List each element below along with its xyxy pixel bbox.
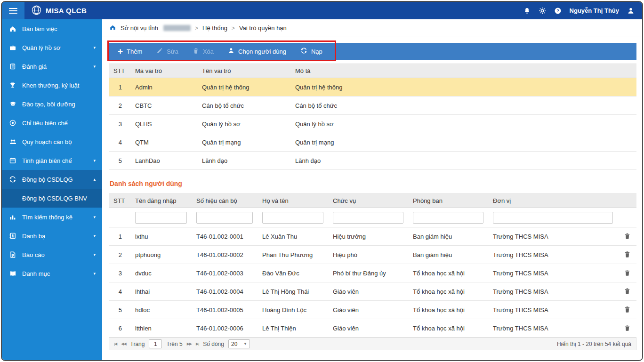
roles-table: STT Mã vai trò Tên vai trò Mô tả 1 Admin… (109, 64, 636, 170)
chevron-down-icon: ▼ (93, 64, 97, 69)
column-header-don-vi[interactable]: Đơn vị (488, 194, 618, 208)
calendar-icon (8, 157, 17, 164)
column-header-stt[interactable]: STT (109, 64, 130, 78)
column-header-ma-vai-tro[interactable]: Mã vai trò (130, 64, 197, 78)
column-header-chuc-vu[interactable]: Chức vụ (328, 194, 408, 208)
user-row[interactable]: 2 ptphuong T46-01.002-0002 Phan Thu Phươ… (109, 246, 636, 264)
filter-badge-input[interactable] (196, 212, 253, 224)
user-row[interactable]: 4 lhthai T46-01.002-0004 Lê Thị Hồng Thá… (109, 282, 636, 301)
app-logo: MISA QLCB (31, 5, 87, 17)
sidebar-item-khen-thuong-ky-luat[interactable]: Khen thưởng, kỷ luật (2, 76, 102, 95)
help-icon[interactable]: ? (554, 7, 562, 15)
breadcrumb-item-vai-tro[interactable]: Vai trò quyền hạn (239, 24, 287, 32)
trophy-icon (8, 81, 17, 89)
redacted-text (163, 25, 191, 31)
current-user-name[interactable]: Nguyễn Thị Thủy (570, 7, 619, 14)
user-row[interactable]: 6 ltthien T46-01.002-0006 Lê Thị Thiện G… (109, 319, 636, 338)
breadcrumb-item-root[interactable]: Sở nội vụ tỉnh (121, 24, 191, 32)
column-header-ten-dang-nhap[interactable]: Tên đăng nhập (130, 194, 192, 208)
role-row[interactable]: 5 LanhDao Lãnh đạo Lãnh đạo (109, 152, 636, 170)
prev-page-button[interactable]: ◀◀ (121, 342, 126, 346)
column-header-actions (618, 194, 636, 208)
sidebar-item-tim-kiem-thong-ke[interactable]: Tìm kiếm thống kê ▼ (2, 208, 102, 226)
user-row[interactable]: 1 lxthu T46-01.002-0001 Lê Xuân Thu Hiệu… (109, 227, 636, 246)
role-row-selected[interactable]: 1 Admin Quản trị hệ thống Quản trị hệ th… (109, 78, 636, 97)
delete-row-icon[interactable] (624, 287, 631, 295)
user-profile-icon[interactable] (627, 7, 635, 15)
breadcrumb-separator: > (232, 25, 235, 32)
rows-per-page-select[interactable]: 20 ▼ (228, 339, 250, 348)
sidebar-item-danh-ba[interactable]: Danh bạ ▼ (2, 226, 102, 245)
sidebar-item-bao-cao[interactable]: Báo cáo ▼ (2, 245, 102, 264)
reload-button[interactable]: Nạp (293, 43, 330, 60)
delete-row-icon[interactable] (624, 269, 631, 276)
filter-department-input[interactable] (413, 212, 483, 224)
menu-toggle-button[interactable] (2, 2, 24, 19)
filter-username-input[interactable] (135, 212, 187, 224)
chevron-down-icon: ▼ (93, 159, 97, 163)
sidebar-item-danh-muc[interactable]: Danh mục ▼ (2, 264, 102, 283)
sidebar-group-dong-bo-csdlqg: Đồng bộ CSDLQG ▲ Đồng bộ CSDLQG BNV (2, 170, 102, 208)
pencil-icon (156, 48, 163, 56)
topbar: MISA QLCB (2, 2, 642, 19)
sidebar-item-ban-lam-viec[interactable]: Bàn làm việc (2, 19, 102, 38)
chevron-up-icon: ▲ (93, 177, 97, 182)
settings-gear-icon[interactable] (539, 7, 546, 15)
sidebar-item-dao-tao-boi-duong[interactable]: Đào tạo, bồi dưỡng (2, 95, 102, 113)
sidebar-item-dong-bo-csdlqg[interactable]: Đồng bộ CSDLQG ▲ (2, 170, 102, 189)
sidebar-item-danh-gia[interactable]: Đánh giá ▼ (2, 57, 102, 76)
delete-row-icon[interactable] (624, 324, 631, 331)
choose-user-button[interactable]: Chọn người dùng (221, 43, 293, 60)
role-row[interactable]: 4 QTM Quản trị mạng Quản trị mạng (109, 133, 636, 152)
delete-row-icon[interactable] (624, 306, 631, 313)
column-header-ten-vai-tro[interactable]: Tên vai trò (197, 64, 290, 78)
users-table: STT Tên đăng nhập Số hiệu cán bộ Họ và t… (109, 193, 636, 338)
user-row[interactable]: 3 dvduc T46-01.002-0003 Đào Văn Đức Phó … (109, 264, 636, 282)
breadcrumb-item-he-thong[interactable]: Hệ thống (202, 24, 227, 32)
sidebar-item-quy-hoach-can-bo[interactable]: Quy hoạch cán bộ (2, 132, 102, 151)
results-summary: Hiển thị 1 - 20 trên 54 kết quả (557, 341, 631, 347)
filter-row (109, 208, 636, 227)
report-icon (8, 251, 17, 258)
sidebar-item-chi-tieu-bien-che[interactable]: Chỉ tiêu biên chế (2, 113, 102, 132)
page-of-label: Trên 5 (166, 341, 182, 347)
filter-fullname-input[interactable] (262, 212, 323, 224)
user-icon (228, 47, 234, 56)
pagination-bar: |◀ ◀◀ Trang Trên 5 ▶▶ ▶| Số dòng 20 ▼ Hi… (109, 338, 636, 350)
target-icon (8, 119, 17, 127)
delete-row-icon[interactable] (624, 250, 631, 258)
breadcrumb-home-icon[interactable] (109, 24, 116, 32)
plus-icon: + (118, 47, 123, 56)
first-page-button[interactable]: |◀ (114, 342, 117, 346)
sidebar-item-tinh-gian-bien-che[interactable]: Tinh giản biên chế ▼ (2, 151, 102, 170)
chevron-down-icon: ▼ (93, 253, 97, 257)
app-name: MISA QLCB (46, 7, 87, 15)
page-number-input[interactable] (149, 339, 162, 348)
column-header-mo-ta[interactable]: Mô tả (290, 64, 636, 78)
column-header-so-hieu-can-bo[interactable]: Số hiệu cán bộ (192, 194, 258, 208)
filter-unit-input[interactable] (493, 212, 613, 224)
role-row[interactable]: 2 CBTC Cán bộ tổ chức Cán bộ tổ chức (109, 97, 636, 115)
sidebar-item-dong-bo-csdlqg-bnv[interactable]: Đồng bộ CSDLQG BNV (2, 189, 102, 208)
add-button[interactable]: + Thêm (111, 43, 149, 60)
user-row[interactable]: 5 hdloc T46-01.002-0005 Hoàng Đình Lộc G… (109, 301, 636, 319)
chevron-down-icon: ▼ (93, 215, 97, 219)
sidebar-item-quan-ly-ho-so[interactable]: Quản lý hồ sơ ▼ (2, 38, 102, 57)
column-header-ho-va-ten[interactable]: Họ và tên (258, 194, 328, 208)
column-header-stt[interactable]: STT (109, 194, 130, 208)
trash-icon (193, 47, 199, 56)
hamburger-icon (9, 7, 17, 15)
topbar-right: ? Nguyễn Thị Thủy (523, 7, 642, 15)
delete-row-icon[interactable] (624, 232, 631, 240)
reload-icon (300, 47, 307, 56)
page-label: Trang (130, 341, 145, 347)
chevron-down-icon: ▼ (243, 342, 247, 346)
notifications-bell-icon[interactable] (523, 7, 531, 15)
column-header-phong-ban[interactable]: Phòng ban (408, 194, 488, 208)
next-page-button[interactable]: ▶▶ (187, 342, 192, 346)
edit-button[interactable]: Sửa (149, 43, 185, 60)
delete-button[interactable]: Xóa (185, 43, 221, 60)
role-row[interactable]: 3 QLHS Quản lý hồ sơ Quản lý hồ sơ (109, 115, 636, 133)
last-page-button[interactable]: ▶| (196, 342, 199, 346)
filter-position-input[interactable] (333, 212, 403, 224)
